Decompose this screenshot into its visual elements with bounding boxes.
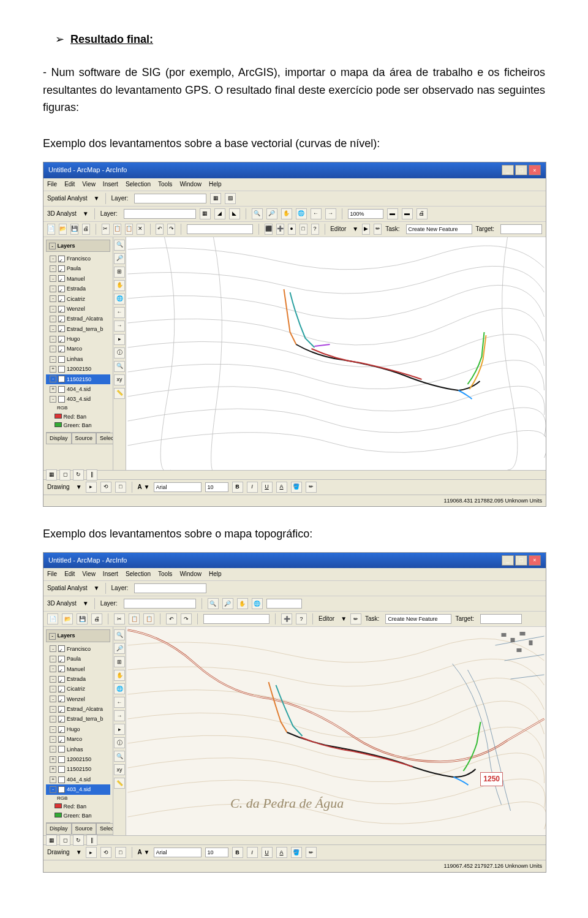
minimize-button[interactable]: _ <box>502 555 514 566</box>
layer-item[interactable]: -Cicatriz <box>46 294 110 304</box>
fill-color-icon[interactable]: 🪣 <box>291 482 302 493</box>
underline-icon[interactable]: U <box>262 482 273 493</box>
toolbar-icon[interactable]: ▦ <box>210 193 221 204</box>
layer-item[interactable]: -Estrad_terra_b <box>46 714 110 724</box>
layer-item[interactable]: -403_4.sid <box>46 394 110 404</box>
bold-icon[interactable]: B <box>232 847 243 858</box>
target-combo[interactable] <box>480 614 522 624</box>
zoom-in-icon[interactable]: 🔍 <box>252 208 263 219</box>
tab-display[interactable]: Display <box>46 823 72 834</box>
globe-icon[interactable]: 🌐 <box>114 683 125 694</box>
find-icon[interactable]: 🔍 <box>114 751 125 762</box>
layer-item[interactable]: -Marco <box>46 734 110 744</box>
layer-item[interactable]: -Linhas <box>46 354 110 364</box>
scale-combo[interactable] <box>203 614 270 624</box>
refresh-icon[interactable]: ↻ <box>73 835 84 846</box>
pan-icon[interactable]: ✋ <box>114 670 125 681</box>
layer-item[interactable]: -Francisco <box>46 644 110 654</box>
menu-item[interactable]: View <box>82 180 96 189</box>
toolbar-icon[interactable]: ✋ <box>281 208 292 219</box>
measure-icon[interactable]: 📏 <box>114 388 125 399</box>
copy-icon[interactable]: 📋 <box>113 224 121 235</box>
underline-icon[interactable]: U <box>262 847 273 858</box>
scale-input[interactable] <box>348 209 383 219</box>
toolbar-icon[interactable]: 🖨 <box>417 208 428 219</box>
bold-icon[interactable]: B <box>232 482 243 493</box>
toolbar-icon[interactable]: ← <box>311 208 322 219</box>
layer-item[interactable]: -Wenzel <box>46 694 110 704</box>
menu-item[interactable]: Edit <box>64 180 75 189</box>
rotate-icon[interactable]: ⟲ <box>100 482 111 493</box>
back-icon[interactable]: ← <box>114 697 125 708</box>
pencil-icon[interactable]: ✏ <box>374 224 382 235</box>
globe-icon[interactable]: 🌐 <box>114 294 125 305</box>
analyst-3d-label[interactable]: 3D Analyst <box>47 209 77 219</box>
menu-item[interactable]: File <box>47 569 57 579</box>
forward-icon[interactable]: → <box>114 321 125 332</box>
layer-item[interactable]: -Francisco <box>46 254 110 264</box>
font-combo[interactable] <box>154 848 202 857</box>
font-size-input[interactable] <box>205 482 228 492</box>
menu-item[interactable]: File <box>47 180 57 189</box>
tab-selection[interactable]: Selection <box>96 433 113 444</box>
layer-item[interactable]: +404_4.sid <box>46 384 110 394</box>
toolbar-icon[interactable]: 🌐 <box>296 208 307 219</box>
toolbar-icon[interactable]: ◢ <box>214 208 225 219</box>
layer-item[interactable]: +12002150 <box>46 754 110 764</box>
new-icon[interactable]: 📄 <box>47 613 58 624</box>
cut-icon[interactable]: ✂ <box>102 224 110 235</box>
full-extent-icon[interactable]: ⊞ <box>114 656 125 667</box>
menu-item[interactable]: Selection <box>126 180 151 189</box>
redo-icon[interactable]: ↷ <box>167 224 175 235</box>
layer-item[interactable]: -Manuel <box>46 664 110 674</box>
pointer-icon[interactable]: ▸ <box>86 482 97 493</box>
menu-item[interactable]: Help <box>209 569 222 579</box>
toolbar-icon[interactable]: ◣ <box>229 208 240 219</box>
line-color-icon[interactable]: ✏ <box>306 847 317 858</box>
pointer-icon[interactable]: ▶ <box>362 224 370 235</box>
zoom-out-icon[interactable]: 🔎 <box>222 598 233 609</box>
open-icon[interactable]: 📂 <box>62 613 73 624</box>
analyst-3d-label[interactable]: 3D Analyst <box>47 599 77 609</box>
maximize-button[interactable]: □ <box>515 555 527 566</box>
layer-item[interactable]: -Paula <box>46 264 110 273</box>
font-color-icon[interactable]: A <box>276 482 287 493</box>
map-area-contours[interactable] <box>126 237 546 470</box>
add-data-icon[interactable]: ➕ <box>281 613 292 624</box>
menu-item[interactable]: Tools <box>158 569 172 579</box>
italic-icon[interactable]: I <box>247 482 258 493</box>
layer-selector[interactable] <box>134 194 206 203</box>
xy-icon[interactable]: xy <box>114 374 125 385</box>
layer-item[interactable]: -Estrad_terra_b <box>46 324 110 334</box>
menu-item[interactable]: Edit <box>64 569 75 579</box>
minimize-button[interactable]: _ <box>502 165 514 175</box>
layout-view-icon[interactable]: ▦ <box>46 469 57 480</box>
layer-item[interactable]: -Estrad_Alcatra <box>46 704 110 714</box>
font-color-icon[interactable]: A <box>276 847 287 858</box>
italic-icon[interactable]: I <box>247 847 258 858</box>
layer-item[interactable]: +12002150 <box>46 364 110 374</box>
layer-selector[interactable] <box>134 583 206 593</box>
pointer-icon[interactable]: ▸ <box>114 334 125 345</box>
layer-item[interactable]: -Marco <box>46 344 110 354</box>
save-icon[interactable]: 💾 <box>70 224 78 235</box>
paste-icon[interactable]: 📋 <box>143 613 154 624</box>
task-combo[interactable] <box>385 614 451 624</box>
target-combo[interactable] <box>500 224 542 234</box>
add-data-icon[interactable]: ➕ <box>276 224 284 235</box>
zoom-out-icon[interactable]: 🔎 <box>266 208 277 219</box>
cut-icon[interactable]: ✂ <box>114 613 125 624</box>
xy-icon[interactable]: xy <box>114 764 125 775</box>
fill-color-icon[interactable]: 🪣 <box>291 847 302 858</box>
menu-item[interactable]: View <box>82 569 96 579</box>
layer-item[interactable]: +11502150 <box>46 764 110 774</box>
shape-icon[interactable]: □ <box>115 482 126 493</box>
toolbar-icon[interactable]: ▬ <box>402 208 413 219</box>
zoom-in-icon[interactable]: 🔍 <box>208 598 219 609</box>
toolbar-icon[interactable]: → <box>325 208 336 219</box>
layer-item-selected[interactable]: -11502150 <box>46 374 110 384</box>
toolbar-icon[interactable]: ▬ <box>387 208 398 219</box>
layer-item-selected[interactable]: -403_4.sid <box>46 784 110 794</box>
layer-selector[interactable] <box>124 209 196 219</box>
save-icon[interactable]: 💾 <box>77 613 88 624</box>
